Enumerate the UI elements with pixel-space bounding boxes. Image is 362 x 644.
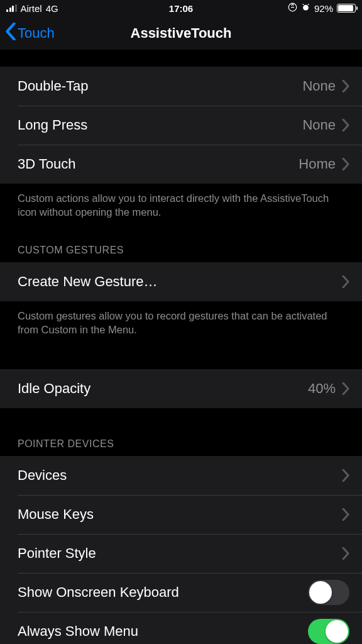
chevron-right-icon xyxy=(342,547,349,560)
switch-onscreen-keyboard[interactable] xyxy=(308,580,349,605)
chevron-right-icon xyxy=(342,275,349,288)
pointer-devices-header: Pointer Devices xyxy=(0,408,362,456)
row-long-press[interactable]: Long Press None xyxy=(0,106,362,145)
chevron-right-icon xyxy=(342,80,349,92)
battery-fill xyxy=(338,5,353,11)
alarm-icon xyxy=(301,3,310,14)
nav-bar: Touch AssistiveTouch xyxy=(0,16,362,50)
status-right: 92% xyxy=(288,3,356,14)
row-label: Always Show Menu xyxy=(18,623,308,640)
status-left: Airtel 4G xyxy=(6,3,58,14)
row-label: Devices xyxy=(18,467,342,484)
chevron-right-icon xyxy=(342,508,349,521)
custom-actions-footer: Custom actions allow you to interact dir… xyxy=(0,184,362,222)
spacer xyxy=(0,50,362,67)
carrier-label: Airtel xyxy=(21,3,42,14)
row-value: None xyxy=(302,117,336,133)
chevron-right-icon xyxy=(342,382,349,395)
row-label: Create New Gesture… xyxy=(18,274,342,290)
row-devices[interactable]: Devices xyxy=(0,456,362,495)
row-label: Mouse Keys xyxy=(18,506,342,523)
chevron-left-icon xyxy=(5,23,16,44)
row-label: Double-Tap xyxy=(18,78,302,94)
chevron-right-icon xyxy=(342,469,349,482)
row-idle-opacity[interactable]: Idle Opacity 40% xyxy=(0,369,362,408)
row-mouse-keys[interactable]: Mouse Keys xyxy=(0,495,362,534)
page-title: AssistiveTouch xyxy=(131,25,232,42)
status-bar: Airtel 4G 17:06 92% xyxy=(0,0,362,16)
row-3d-touch[interactable]: 3D Touch Home xyxy=(0,145,362,184)
clock: 17:06 xyxy=(169,3,193,14)
back-button[interactable]: Touch xyxy=(5,23,55,44)
orientation-lock-icon xyxy=(288,3,297,14)
row-create-new-gesture[interactable]: Create New Gesture… xyxy=(0,262,362,301)
row-double-tap[interactable]: Double-Tap None xyxy=(0,67,362,106)
switch-always-show-menu[interactable] xyxy=(308,619,349,644)
row-always-show-menu[interactable]: Always Show Menu xyxy=(0,612,362,644)
row-value: Home xyxy=(299,156,336,172)
row-value: None xyxy=(302,78,336,94)
spacer xyxy=(0,339,362,369)
custom-gestures-header: Custom Gestures xyxy=(0,222,362,262)
row-label: Pointer Style xyxy=(18,545,342,562)
row-pointer-style[interactable]: Pointer Style xyxy=(0,534,362,573)
battery-icon xyxy=(337,4,356,13)
row-label: Show Onscreen Keyboard xyxy=(18,584,308,601)
custom-gestures-footer: Custom gestures allow you to record gest… xyxy=(0,301,362,340)
svg-point-1 xyxy=(303,5,309,11)
row-label: Idle Opacity xyxy=(18,380,308,397)
row-show-onscreen-keyboard[interactable]: Show Onscreen Keyboard xyxy=(0,573,362,612)
chevron-right-icon xyxy=(342,158,349,170)
row-label: 3D Touch xyxy=(18,156,299,172)
row-value: 40% xyxy=(308,380,336,397)
chevron-right-icon xyxy=(342,119,349,131)
back-label: Touch xyxy=(18,25,55,42)
row-label: Long Press xyxy=(18,117,302,133)
network-label: 4G xyxy=(46,3,58,14)
battery-pct: 92% xyxy=(314,3,333,14)
signal-icon xyxy=(6,4,17,12)
